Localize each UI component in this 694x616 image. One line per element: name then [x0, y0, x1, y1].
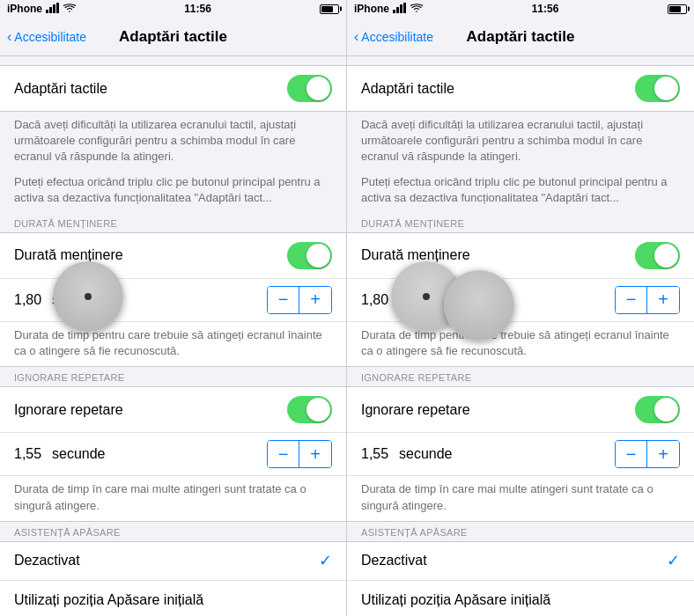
page-title: Adaptări tactile	[467, 28, 575, 46]
toggle-switch[interactable]	[635, 396, 680, 423]
section-card: Dezactivat ✓ Utilizați poziția Apăsare i…	[0, 541, 346, 616]
section-header: IGNORARE REPETARE	[347, 367, 694, 386]
page-title: Adaptări tactile	[119, 28, 227, 46]
main-toggle[interactable]	[635, 75, 680, 102]
plain-label: Utilizați poziția Apăsare inițială	[361, 592, 550, 608]
svg-rect-6	[400, 4, 402, 13]
check-label: Dezactivat	[14, 553, 80, 568]
check-row-2-0[interactable]: Dezactivat ✓	[0, 542, 346, 581]
stepper-row-1-1: 1,55 secunde − +	[347, 433, 694, 476]
main-toggle-label: Adaptări tactile	[14, 81, 107, 97]
toggle-row-1-0: Ignorare repetare	[0, 387, 346, 433]
stepper-row-0-1: 1,80 secunde − +	[0, 279, 346, 322]
svg-rect-2	[53, 4, 55, 13]
status-bar: iPhone 11:56	[0, 0, 346, 18]
signal-icon	[46, 3, 60, 16]
status-left: iPhone	[7, 3, 76, 16]
stepper-row-0-1: 1,80 secunde − +	[347, 279, 694, 322]
toggle-knob	[306, 244, 330, 268]
back-button[interactable]: ‹ Accesibilitate	[354, 29, 433, 45]
stepper-plus[interactable]: +	[647, 287, 679, 313]
desc-row-1-2: Durata de timp în care mai multe atinger…	[347, 476, 694, 520]
signal-icon	[393, 3, 407, 16]
svg-rect-1	[49, 7, 52, 13]
main-toggle-row: Adaptări tactile	[347, 66, 694, 111]
status-time: 11:56	[532, 3, 559, 15]
toggle-knob	[654, 398, 678, 422]
section-1: IGNORARE REPETARE Ignorare repetare 1,55…	[347, 367, 694, 521]
checkmark-icon: ✓	[319, 551, 332, 570]
toggle-switch[interactable]	[287, 242, 332, 269]
back-button[interactable]: ‹ Accesibilitate	[7, 29, 86, 45]
section-2: ASISTENȚĂ APĂSARE Dezactivat ✓ Utilizați…	[347, 522, 694, 616]
toggle-switch[interactable]	[635, 242, 680, 269]
main-toggle-card: Adaptări tactile	[0, 65, 346, 112]
section-card: Ignorare repetare 1,55 secunde − + Durat…	[347, 386, 694, 521]
section-header: IGNORARE REPETARE	[0, 367, 346, 386]
desc-row-1-2: Durata de timp în care mai multe atinger…	[0, 476, 346, 520]
stepper-unit: secunde	[52, 446, 260, 462]
main-desc-2: Puteți efectua oricând triplu clic pe bu…	[0, 172, 346, 213]
back-label: Accesibilitate	[361, 30, 433, 44]
chevron-left-icon: ‹	[354, 29, 358, 45]
main-desc-1: Dacă aveți dificultăți la utilizarea ecr…	[347, 112, 694, 172]
svg-rect-3	[56, 3, 59, 13]
stepper-minus[interactable]: −	[268, 441, 299, 467]
scroll-content: Adaptări tactile Dacă aveți dificultăți …	[347, 56, 694, 616]
main-section: Adaptări tactile Dacă aveți dificultăți …	[0, 65, 346, 213]
toggle-knob	[654, 244, 678, 268]
carrier-label: iPhone	[354, 3, 389, 15]
main-toggle[interactable]	[287, 75, 332, 102]
svg-rect-0	[46, 10, 48, 13]
stepper-controls: − +	[615, 440, 680, 468]
plain-row-2-1[interactable]: Utilizați poziția Apăsare inițială	[0, 581, 346, 616]
toggle-label: Durată menținere	[361, 247, 470, 263]
main-section: Adaptări tactile Dacă aveți dificultăți …	[347, 65, 694, 213]
stepper-minus[interactable]: −	[268, 287, 299, 313]
left-panel: iPhone 11:56	[0, 0, 347, 616]
stepper-minus[interactable]: −	[616, 287, 647, 313]
check-label: Dezactivat	[361, 553, 427, 568]
stepper-plus[interactable]: +	[299, 441, 331, 467]
status-time: 11:56	[184, 3, 211, 15]
stepper-controls: − +	[267, 286, 332, 314]
stepper-unit: secunde	[52, 292, 260, 308]
scroll-content: Adaptări tactile Dacă aveți dificultăți …	[0, 56, 346, 616]
wifi-icon	[63, 4, 76, 14]
stepper-row-1-1: 1,55 secunde − +	[0, 433, 346, 476]
desc-row-0-2: Durata de timp pentru care trebuie să at…	[347, 322, 694, 366]
toggle-knob	[654, 77, 678, 100]
stepper-plus[interactable]: +	[299, 287, 331, 313]
svg-rect-7	[403, 3, 406, 13]
checkmark-icon: ✓	[667, 551, 680, 570]
section-header: DURATĂ MENȚINERE	[347, 213, 694, 232]
battery-icon	[320, 4, 339, 14]
section-card: Durată menținere 1,80 secunde − + Durata…	[0, 232, 346, 367]
toggle-label: Durată menținere	[14, 247, 123, 263]
toggle-switch[interactable]	[287, 396, 332, 423]
right-panel: iPhone 11:56	[347, 0, 694, 616]
stepper-value: 1,55	[361, 446, 392, 462]
battery-fill	[321, 6, 333, 12]
svg-rect-5	[396, 7, 399, 13]
section-card: Dezactivat ✓ Utilizați poziția Apăsare i…	[347, 541, 694, 616]
toggle-row-1-0: Ignorare repetare	[347, 387, 694, 433]
carrier-label: iPhone	[7, 3, 42, 15]
check-row-2-0[interactable]: Dezactivat ✓	[347, 542, 694, 581]
svg-rect-4	[393, 10, 395, 13]
main-toggle-label: Adaptări tactile	[361, 81, 454, 97]
stepper-minus[interactable]: −	[616, 441, 647, 467]
back-label: Accesibilitate	[14, 30, 86, 44]
toggle-label: Ignorare repetare	[361, 402, 470, 418]
stepper-controls: − +	[267, 440, 332, 468]
stepper-value: 1,55	[14, 446, 45, 462]
status-right	[668, 4, 687, 14]
section-header: ASISTENȚĂ APĂSARE	[0, 522, 346, 541]
toggle-label: Ignorare repetare	[14, 402, 123, 418]
chevron-left-icon: ‹	[7, 29, 11, 45]
battery-icon	[668, 4, 687, 14]
plain-row-2-1[interactable]: Utilizați poziția Apăsare inițială	[347, 581, 694, 616]
nav-bar: ‹ Accesibilitate Adaptări tactile	[0, 18, 346, 56]
stepper-plus[interactable]: +	[647, 441, 679, 467]
section-header: ASISTENȚĂ APĂSARE	[347, 522, 694, 541]
